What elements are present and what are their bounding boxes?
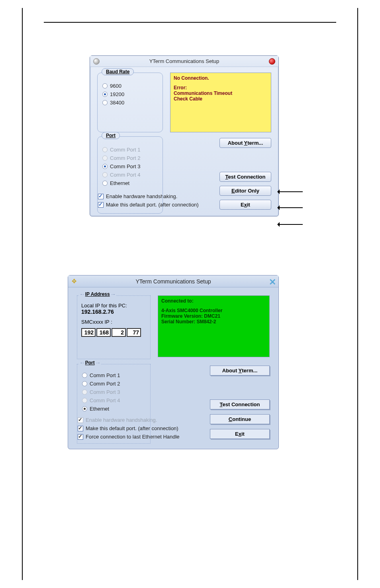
checkbox-icon <box>98 202 104 208</box>
radio-label: Comm Port 3 <box>110 163 141 169</box>
radio-label: 38400 <box>110 100 124 106</box>
btn-accel: Y <box>239 368 242 374</box>
test-connection-button[interactable]: Test Connection <box>219 172 271 182</box>
radio-19200[interactable]: 19200 <box>102 90 159 98</box>
radio-icon <box>82 389 87 395</box>
radio-icon <box>102 164 108 169</box>
btn-text: term... <box>247 140 263 146</box>
radio-label: Comm Port 3 <box>90 389 120 395</box>
radio-label: 19200 <box>110 91 124 97</box>
radio-label: Ethernet <box>110 180 129 186</box>
btn-accel: x <box>239 431 241 437</box>
ip-address-group: - · IP Address · - Local IP for this PC:… <box>77 295 151 359</box>
ip-legend: IP Address <box>84 291 112 297</box>
local-ip-value: 192.168.2.76 <box>81 309 146 315</box>
port-group: - · Port · - Comm Port 1 Comm Port 2 Com… <box>77 364 151 444</box>
annotation-arrow <box>279 207 303 208</box>
continue-button[interactable]: Continue <box>210 414 270 424</box>
legend-decor: - · <box>80 360 84 366</box>
radio-comm2[interactable]: Comm Port 2 <box>81 380 146 388</box>
radio-comm4: Comm Port 4 <box>102 171 159 179</box>
radio-label: Comm Port 4 <box>110 172 141 178</box>
status-line: Firmware Version: DMC21 <box>161 313 266 319</box>
status-pane: No Connection. Error: Communications Tim… <box>170 73 271 132</box>
btn-text: it <box>247 202 250 208</box>
status-line: Error: <box>174 85 268 90</box>
radio-icon <box>82 373 87 378</box>
radio-icon <box>102 100 108 105</box>
radio-label: Comm Port 4 <box>90 397 120 403</box>
exit-button[interactable]: Exit <box>219 200 271 210</box>
window-close-icon[interactable] <box>269 58 275 65</box>
radio-icon <box>82 398 87 403</box>
btn-text: E <box>235 431 239 437</box>
window-title: YTerm Communications Setup <box>135 278 211 285</box>
btn-accel: x <box>244 202 247 208</box>
radio-label: Comm Port 1 <box>90 372 120 378</box>
radio-38400[interactable]: 38400 <box>102 98 159 107</box>
radio-icon <box>102 147 108 152</box>
btn-text: ditor Only <box>235 188 259 194</box>
status-line: No Connection. <box>174 75 268 81</box>
btn-text: ontinue <box>232 416 251 422</box>
port-legend: Port <box>102 132 120 139</box>
radio-icon <box>102 83 108 88</box>
smc-ip-label: SMCxxxx IP : <box>81 319 146 325</box>
radio-label: Ethernet <box>90 406 109 412</box>
ip-octet-3[interactable]: 2 <box>112 328 126 337</box>
app-icon: ❖ <box>71 278 78 285</box>
annotation-arrow <box>279 191 303 192</box>
ip-octet-1[interactable]: 192 <box>81 328 96 337</box>
radio-icon <box>82 406 87 411</box>
legend-decor: · - <box>112 291 115 297</box>
btn-text: est Connection <box>228 174 266 180</box>
status-line: Check Cable <box>174 96 268 102</box>
btn-accel: T <box>225 174 228 180</box>
local-ip-label: Local IP for this PC: <box>81 303 146 309</box>
status-line: Communications Timeout <box>174 90 268 96</box>
btn-text: About <box>228 140 244 146</box>
btn-accel: Y <box>244 140 248 146</box>
ip-input-row: 192 168 2 77 <box>81 328 146 337</box>
radio-label: Comm Port 1 <box>110 147 141 153</box>
radio-icon <box>102 181 108 186</box>
ip-octet-4[interactable]: 77 <box>127 328 141 337</box>
radio-comm1[interactable]: Comm Port 1 <box>81 371 146 380</box>
ip-octet-2[interactable]: 168 <box>96 328 111 337</box>
window-minimize-icon[interactable] <box>93 58 100 65</box>
editor-only-button[interactable]: Editor Only <box>219 186 271 196</box>
btn-accel: T <box>220 401 223 407</box>
status-pane: Connected to: 4-Axis SMC4000 Controller … <box>158 295 270 357</box>
status-line: Connected to: <box>161 298 266 304</box>
radio-ethernet[interactable]: Ethernet <box>81 405 146 413</box>
about-button[interactable]: About Yterm... <box>219 138 271 148</box>
legend-decor: · - <box>96 360 100 366</box>
radio-icon <box>102 155 108 161</box>
titlebar: ❖ YTerm Communications Setup ✕ <box>68 275 278 287</box>
titlebar: YTerm Communications Setup <box>90 56 278 67</box>
radio-comm3: Comm Port 3 <box>81 388 146 396</box>
radio-label: 9600 <box>110 83 121 89</box>
legend-decor: - · <box>80 291 84 297</box>
radio-ethernet[interactable]: Ethernet <box>102 179 159 187</box>
btn-text: est Connection <box>223 401 260 407</box>
radio-9600[interactable]: 9600 <box>102 82 159 90</box>
radio-comm3[interactable]: Comm Port 3 <box>102 162 159 171</box>
checkbox-icon <box>98 194 104 199</box>
radio-comm4: Comm Port 4 <box>81 396 146 405</box>
btn-text: it <box>241 431 245 437</box>
port-group: Port Comm Port 1 Comm Port 2 Comm Port 3… <box>97 136 163 214</box>
btn-text: About <box>222 368 239 374</box>
radio-label: Comm Port 2 <box>110 155 141 161</box>
window-close-icon[interactable]: ✕ <box>269 276 276 288</box>
radio-icon <box>102 92 108 97</box>
port-legend: Port <box>84 360 96 366</box>
checkbox-icon <box>78 417 83 423</box>
radio-comm2: Comm Port 2 <box>102 154 159 162</box>
status-line: 4-Axis SMC4000 Controller <box>161 308 266 313</box>
btn-accel: C <box>229 416 232 422</box>
exit-button[interactable]: Exit <box>210 429 270 439</box>
about-button[interactable]: About Yterm... <box>210 366 270 376</box>
test-connection-button[interactable]: Test Connection <box>210 399 270 409</box>
checkbox-icon <box>78 426 83 431</box>
